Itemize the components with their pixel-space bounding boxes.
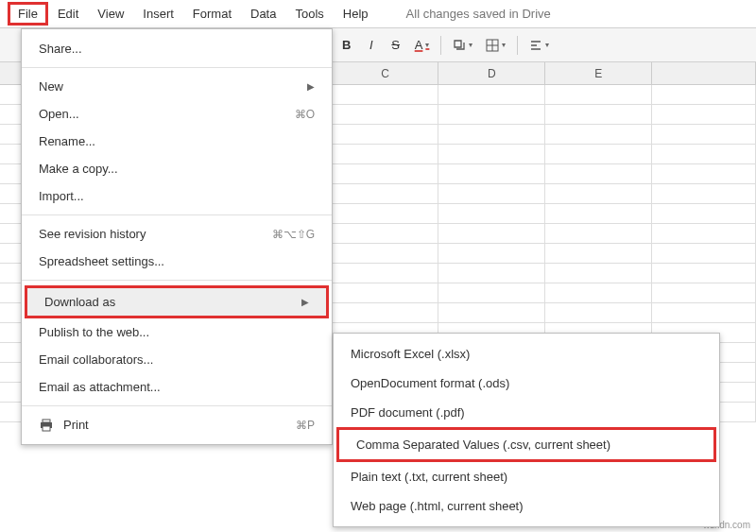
menu-data[interactable]: Data [241, 3, 285, 25]
column-header-c[interactable]: C [333, 62, 439, 84]
menu-open[interactable]: Open...⌘O [22, 100, 332, 128]
menu-spreadsheet-settings[interactable]: Spreadsheet settings... [22, 248, 332, 275]
menu-email-collaborators[interactable]: Email collaborators... [22, 346, 332, 373]
menu-revision-history[interactable]: See revision history⌘⌥⇧G [22, 220, 332, 248]
menu-new[interactable]: New▶ [22, 73, 332, 100]
save-status: All changes saved in Drive [406, 7, 551, 21]
file-dropdown-menu: Share... New▶ Open...⌘O Rename... Make a… [21, 28, 333, 445]
chevron-right-icon: ▶ [301, 297, 309, 307]
menu-download-as[interactable]: Download as▶ [27, 288, 326, 316]
menu-import[interactable]: Import... [22, 182, 332, 210]
menu-make-copy[interactable]: Make a copy... [22, 155, 332, 182]
print-icon [39, 419, 54, 432]
submenu-csv[interactable]: Comma Separated Values (.csv, current sh… [339, 430, 713, 459]
shortcut-label: ⌘⌥⇧G [272, 228, 315, 241]
svg-rect-8 [43, 426, 50, 431]
submenu-txt[interactable]: Plain text (.txt, current sheet) [334, 462, 719, 491]
menu-file[interactable]: File [8, 2, 48, 26]
submenu-pdf[interactable]: PDF document (.pdf) [334, 398, 719, 427]
menu-edit[interactable]: Edit [48, 3, 88, 25]
strikethrough-button[interactable]: S [385, 34, 407, 57]
menu-tools[interactable]: Tools [285, 3, 333, 25]
column-header-e[interactable]: E [545, 62, 652, 84]
menu-rename[interactable]: Rename... [22, 128, 332, 155]
column-header-d[interactable]: D [438, 62, 545, 84]
submenu-ods[interactable]: OpenDocument format (.ods) [334, 369, 719, 398]
shortcut-label: ⌘P [296, 419, 315, 432]
shortcut-label: ⌘O [295, 108, 315, 121]
chevron-right-icon: ▶ [307, 81, 315, 92]
submenu-html[interactable]: Web page (.html, current sheet) [334, 491, 719, 521]
download-as-submenu: Microsoft Excel (.xlsx) OpenDocument for… [333, 333, 720, 527]
menu-share[interactable]: Share... [22, 35, 332, 62]
italic-button[interactable]: I [360, 34, 383, 57]
menu-insert[interactable]: Insert [133, 3, 183, 25]
menubar: File Edit View Insert Format Data Tools … [0, 0, 756, 28]
submenu-xlsx[interactable]: Microsoft Excel (.xlsx) [334, 339, 719, 369]
borders-button[interactable] [480, 34, 511, 57]
svg-rect-6 [43, 420, 50, 422]
fill-color-button[interactable] [447, 34, 478, 57]
menu-publish-web[interactable]: Publish to the web... [22, 318, 332, 346]
menu-print[interactable]: Print⌘P [22, 411, 332, 438]
menu-format[interactable]: Format [183, 3, 241, 25]
bold-button[interactable]: B [335, 34, 358, 57]
text-color-button[interactable]: A [409, 34, 436, 57]
menu-view[interactable]: View [88, 3, 133, 25]
horizontal-align-button[interactable] [524, 34, 555, 57]
menu-help[interactable]: Help [334, 3, 378, 25]
menu-email-attachment[interactable]: Email as attachment... [22, 373, 332, 401]
